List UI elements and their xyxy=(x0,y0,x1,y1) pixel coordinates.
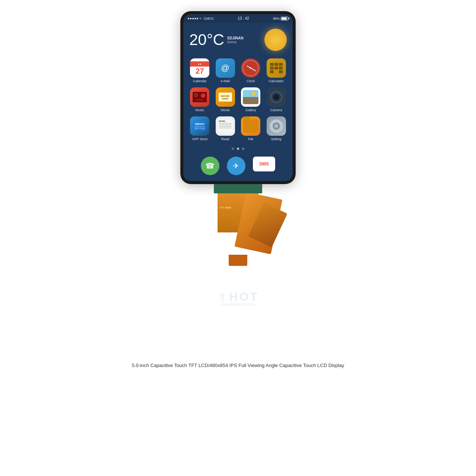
gallery-label: Gallery xyxy=(245,108,256,112)
battery-bar-icon xyxy=(281,17,288,20)
pcb-board xyxy=(214,184,262,193)
movie-label: Movie xyxy=(221,108,230,112)
newspaper-line-2 xyxy=(219,125,232,125)
signal-dot-1 xyxy=(188,18,189,19)
app-item-clock[interactable]: Clock xyxy=(240,58,261,83)
app-item-calculator[interactable]: Calculator xyxy=(266,58,287,83)
read-icon[interactable]: EXTRA xyxy=(216,116,235,136)
calendar-day: 27 xyxy=(196,67,204,75)
calc-key-3 xyxy=(279,63,283,66)
calendar-label: Calendar xyxy=(193,79,207,83)
email-icon[interactable]: @ xyxy=(216,58,235,78)
page-dot-a[interactable]: A xyxy=(232,148,234,150)
setting-icon[interactable] xyxy=(267,116,286,136)
svg-marker-0 xyxy=(219,293,225,302)
page-dot-b[interactable]: B xyxy=(242,148,244,150)
calendar-icon[interactable]: 27 xyxy=(190,58,209,78)
airplane-button[interactable]: ✈ xyxy=(227,157,245,175)
watermark: HOT www.displaylcd.com xyxy=(217,290,259,306)
newspaper-icon: EXTRA xyxy=(218,119,233,133)
app-item-calendar[interactable]: 27 Calendar xyxy=(189,58,210,83)
bottom-nav: ☎ ✈ SMS xyxy=(183,153,293,181)
airplane-icon: ✈ xyxy=(233,161,239,170)
calc-key-6 xyxy=(279,67,283,70)
email-envelope-icon: @ xyxy=(221,63,229,73)
folder-icon xyxy=(243,119,258,133)
status-left: ∿ CMCC xyxy=(188,17,214,20)
status-bar: ∿ CMCC 13 : 42 96% xyxy=(183,14,293,23)
gallery-icon[interactable] xyxy=(241,87,260,107)
fpc-label-text: TFT-H050 xyxy=(219,206,231,209)
signal-dot-5 xyxy=(197,18,198,19)
cassette-icon xyxy=(193,92,207,102)
signal-dots-icon xyxy=(188,18,198,19)
clock-minute-hand xyxy=(251,68,256,71)
phone-icon: ☎ xyxy=(205,161,215,170)
app-item-camera[interactable]: Camera xyxy=(266,87,287,112)
sms-label: SMS xyxy=(259,161,269,167)
weather-row: 20°C SDJINAN Sunny xyxy=(189,32,244,48)
calculator-label: Calculator xyxy=(268,79,284,83)
appstore-label: APP Store xyxy=(192,137,208,141)
caption-spacer: 5.0-inch Capacitive Touch TFT LCD/480x85… xyxy=(117,355,359,368)
clock-face xyxy=(242,60,259,76)
app-item-appstore[interactable]: MEIZU APP STORE APP Store xyxy=(189,116,210,141)
cal-dot-1 xyxy=(198,64,199,65)
watermark-url: www.displaylcd.com xyxy=(217,302,259,306)
camera-lens-icon xyxy=(270,91,282,103)
file-icon[interactable] xyxy=(241,116,260,136)
carrier-text: CMCC xyxy=(204,17,214,20)
city-name: SDJINAN xyxy=(227,36,244,40)
wifi-icon: ∿ xyxy=(199,17,202,20)
calc-key-2 xyxy=(274,63,278,66)
weather-info: SDJINAN Sunny xyxy=(227,36,244,44)
movie-ticket-icon: MOVIE ▶▶▶▶ xyxy=(218,92,232,102)
newspaper-line-1 xyxy=(219,123,232,124)
app-item-music[interactable]: Music xyxy=(189,87,210,112)
weather-section: 20°C SDJINAN Sunny xyxy=(183,23,293,55)
setting-label: Setting xyxy=(271,137,282,141)
watermark-logo-text: HOT xyxy=(229,290,259,304)
phone-call-button[interactable]: ☎ xyxy=(201,157,219,175)
meizu-logo: MEIZU APP STORE xyxy=(193,120,207,132)
calc-key-8 xyxy=(279,70,283,73)
phone-page-wrapper: ∿ CMCC 13 : 42 96% xyxy=(180,11,296,266)
newspaper-line-4 xyxy=(219,128,232,128)
read-label: Read xyxy=(221,137,229,141)
signal-dot-4 xyxy=(194,18,196,19)
app-item-movie[interactable]: MOVIE ▶▶▶▶ Movie xyxy=(215,87,236,112)
calculator-icon[interactable] xyxy=(267,58,286,78)
app-item-gallery[interactable]: Gallery xyxy=(240,87,261,112)
app-item-read[interactable]: EXTRA Read xyxy=(215,116,236,141)
cal-dot-2 xyxy=(200,64,201,65)
appstore-icon[interactable]: MEIZU APP STORE xyxy=(190,116,209,136)
gear-icon xyxy=(270,119,283,133)
fpc-connector-area: TFT-H050 xyxy=(180,184,296,266)
calc-key-4 xyxy=(270,67,274,70)
app-item-file[interactable]: File xyxy=(240,116,261,141)
battery-fill xyxy=(282,17,287,20)
cal-dots xyxy=(198,64,201,65)
calc-key-5 xyxy=(274,67,278,70)
camera-icon[interactable] xyxy=(267,87,286,107)
sms-button[interactable]: SMS xyxy=(253,157,275,171)
music-icon[interactable] xyxy=(190,87,209,107)
app-item-setting[interactable]: Setting xyxy=(266,116,287,141)
signal-dot-3 xyxy=(192,18,194,19)
camera-label: Camera xyxy=(270,108,282,112)
page-dot-center[interactable] xyxy=(237,148,239,150)
gear-inner xyxy=(274,123,279,129)
signal-dot-2 xyxy=(190,18,192,19)
clock-icon[interactable] xyxy=(241,58,260,78)
newspaper-line-3 xyxy=(219,126,232,127)
page-dots: A B xyxy=(183,145,293,153)
status-right: 96% xyxy=(273,17,288,20)
app-item-email[interactable]: @ e-Mail xyxy=(215,58,236,83)
movie-icon[interactable]: MOVIE ▶▶▶▶ xyxy=(216,87,235,107)
music-label: Music xyxy=(195,108,204,112)
calendar-header xyxy=(190,61,209,67)
weather-condition: Sunny xyxy=(227,40,244,44)
calc-key-7 xyxy=(270,70,274,73)
email-label: e-Mail xyxy=(221,79,230,83)
status-time: 13 : 42 xyxy=(238,16,249,20)
